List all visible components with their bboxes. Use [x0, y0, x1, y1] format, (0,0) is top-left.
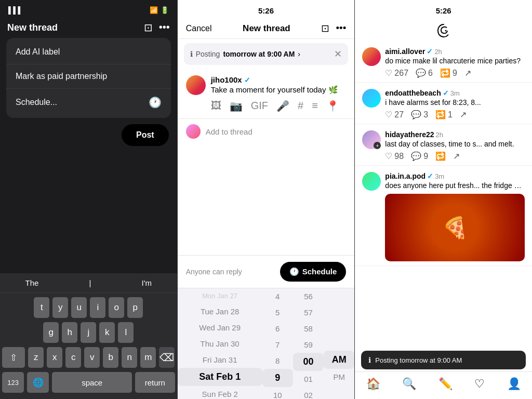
hour-5[interactable]: 5: [262, 304, 293, 321]
more-options-icon[interactable]: •••: [159, 21, 170, 34]
repost-action-3[interactable]: 🔁: [435, 151, 446, 161]
posting-banner[interactable]: ℹ Posting tomorrow at 9:00 AM › ✕: [184, 43, 349, 65]
key-x[interactable]: x: [47, 347, 62, 368]
user1-name[interactable]: aimi.allover: [385, 47, 425, 56]
share-action-3[interactable]: ↗: [453, 151, 460, 161]
key-c[interactable]: c: [65, 347, 81, 368]
nav-activity[interactable]: ♡: [474, 377, 485, 391]
like-action-1[interactable]: ♡267: [385, 68, 408, 78]
share-action-2[interactable]: ↗: [460, 110, 467, 119]
hashtag-icon[interactable]: #: [298, 100, 303, 112]
key-g[interactable]: g: [43, 322, 59, 343]
hour-7[interactable]: 7: [262, 337, 293, 353]
close-banner-button[interactable]: ✕: [334, 48, 342, 60]
paid-partnership-menu-item[interactable]: Mark as paid partnership: [6, 64, 171, 89]
min-01[interactable]: 01: [293, 371, 324, 387]
date-item-monjan27[interactable]: Mon Jan 27: [178, 288, 262, 303]
key-space[interactable]: space: [52, 372, 132, 393]
share-action-1[interactable]: ↗: [464, 68, 471, 78]
key-k[interactable]: k: [99, 322, 115, 343]
user4-name[interactable]: pia.in.a.pod: [385, 172, 425, 180]
hour-6[interactable]: 6: [262, 321, 293, 337]
hour-9[interactable]: 9: [262, 369, 293, 387]
min-00[interactable]: 00: [293, 353, 324, 371]
key-h[interactable]: h: [62, 322, 77, 343]
schedule-menu-item[interactable]: Schedule... 🕐: [6, 89, 171, 116]
more-options-icon-2[interactable]: •••: [336, 22, 346, 34]
location-icon[interactable]: 📍: [326, 100, 339, 112]
user4-verified: ✓: [427, 172, 433, 180]
suggestion-2[interactable]: I'm: [142, 278, 152, 287]
ampm-pm[interactable]: PM: [324, 369, 354, 385]
key-return[interactable]: return: [135, 372, 175, 393]
date-column[interactable]: Mon Jan 27 Tue Jan 28 Wed Jan 29 Thu Jan…: [178, 288, 262, 400]
date-item-satfeb1[interactable]: Sat Feb 1: [178, 368, 262, 386]
menu-icon[interactable]: ≡: [312, 100, 318, 112]
like-action-2[interactable]: ♡27: [385, 110, 404, 119]
date-item-tuejan28[interactable]: Tue Jan 28: [178, 303, 262, 320]
nav-compose[interactable]: ✏️: [438, 377, 453, 391]
nav-search[interactable]: 🔍: [402, 377, 416, 391]
min-58[interactable]: 58: [293, 321, 324, 337]
cancel-button[interactable]: Cancel: [186, 24, 212, 33]
key-z[interactable]: z: [28, 347, 44, 368]
key-j[interactable]: j: [81, 322, 96, 343]
key-b[interactable]: b: [103, 347, 118, 368]
key-123[interactable]: 123: [2, 372, 24, 393]
suggestion-1[interactable]: The: [25, 278, 39, 287]
nav-profile[interactable]: 👤: [507, 377, 521, 391]
mic-icon[interactable]: 🎤: [276, 100, 289, 112]
key-i[interactable]: i: [90, 297, 105, 318]
compose-thread-text[interactable]: Take a moment for yourself today 🌿: [211, 85, 347, 95]
key-t[interactable]: t: [34, 297, 49, 318]
repost-action-1[interactable]: 🔁9: [440, 68, 457, 78]
add-to-thread-row[interactable]: Add to thread: [178, 119, 355, 144]
hour-4[interactable]: 4: [262, 288, 293, 304]
camera-icon[interactable]: 📷: [230, 100, 243, 112]
comment-action-2[interactable]: 💬3: [411, 110, 428, 119]
key-m[interactable]: m: [140, 347, 156, 368]
gif-icon[interactable]: GIF: [251, 100, 268, 112]
min-02[interactable]: 02: [293, 387, 324, 400]
min-59[interactable]: 59: [293, 337, 324, 353]
like-action-3[interactable]: ♡98: [385, 151, 404, 161]
key-emoji[interactable]: 🌐: [27, 372, 49, 393]
hour-column[interactable]: 4 5 6 7 8 9 10 11 12: [262, 288, 293, 400]
date-item-sunfeb2[interactable]: Sun Feb 2: [178, 386, 262, 400]
image-icon[interactable]: 🖼: [211, 100, 221, 112]
min-57[interactable]: 57: [293, 304, 324, 321]
ampm-am[interactable]: AM: [324, 351, 354, 369]
key-delete[interactable]: ⌫: [159, 347, 175, 368]
comment-action-1[interactable]: 💬6: [416, 68, 433, 78]
key-o[interactable]: o: [109, 297, 124, 318]
date-item-thujan30[interactable]: Thu Jan 30: [178, 336, 262, 352]
post-button[interactable]: Post: [122, 124, 169, 146]
date-item-wedjan29[interactable]: Wed Jan 29: [178, 320, 262, 336]
date-item-frijan31[interactable]: Fri Jan 31: [178, 352, 262, 368]
ampm-column[interactable]: AM PM: [324, 288, 354, 400]
copy-icon[interactable]: ⊡: [144, 21, 153, 34]
key-n[interactable]: n: [122, 347, 137, 368]
user1-actions: ♡267 💬6 🔁9 ↗: [385, 68, 525, 78]
posting-bottom-banner[interactable]: ℹ Posting tomorrow at 9:00 AM: [361, 351, 526, 369]
copy-icon-2[interactable]: ⊡: [321, 22, 329, 34]
nav-home[interactable]: 🏠: [366, 377, 380, 391]
min-56[interactable]: 56: [293, 288, 324, 304]
minute-column[interactable]: 56 57 58 59 00 01 02 03 04: [293, 288, 324, 400]
user2-name[interactable]: endoatthebeach: [385, 89, 441, 97]
phone2-nav-icons: ⊡ •••: [321, 22, 346, 34]
key-p[interactable]: p: [127, 297, 143, 318]
repost-action-2[interactable]: 🔁1: [435, 110, 453, 119]
user3-name[interactable]: hidayathere22: [385, 130, 434, 139]
schedule-button[interactable]: 🕐 Schedule: [280, 262, 347, 282]
hour-10[interactable]: 10: [262, 387, 293, 400]
comment-action-3[interactable]: 💬9: [411, 151, 428, 161]
hour-8[interactable]: 8: [262, 353, 293, 369]
key-l[interactable]: l: [118, 322, 134, 343]
key-u[interactable]: u: [71, 297, 87, 318]
key-v[interactable]: v: [84, 347, 100, 368]
key-y[interactable]: y: [52, 297, 68, 318]
key-shift[interactable]: ⇧: [2, 347, 25, 368]
ai-label-menu-item[interactable]: Add AI label: [6, 40, 171, 64]
date-picker[interactable]: Mon Jan 27 Tue Jan 28 Wed Jan 29 Thu Jan…: [178, 288, 355, 400]
